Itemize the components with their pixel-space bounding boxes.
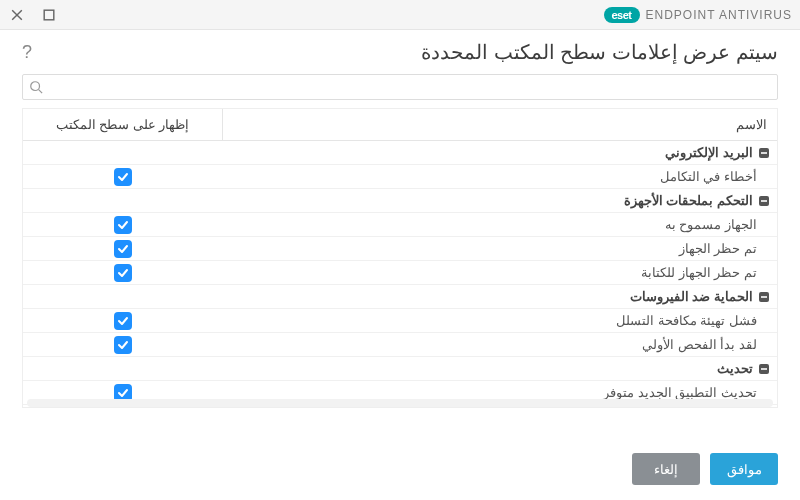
show-checkbox[interactable] <box>114 240 132 258</box>
table-row: تم حظر الجهاز للكتابة <box>23 261 777 285</box>
show-checkbox[interactable] <box>114 312 132 330</box>
page-title: سيتم عرض إعلامات سطح المكتب المحددة <box>421 40 778 64</box>
svg-point-1 <box>31 82 40 91</box>
table-row: لقد بدأ الفحص الأولي <box>23 333 777 357</box>
table-header: الاسم إظهار على سطح المكتب <box>23 109 777 141</box>
product-brand: eset ENDPOINT ANTIVIRUS <box>604 7 793 23</box>
group-header[interactable]: الحماية ضد الفيروسات <box>23 285 777 309</box>
table-row: أخطاء في التكامل <box>23 165 777 189</box>
col-show[interactable]: إظهار على سطح المكتب <box>23 109 223 140</box>
table-row: تم حظر الجهاز <box>23 237 777 261</box>
maximize-icon[interactable] <box>40 6 58 24</box>
row-label: تم حظر الجهاز <box>223 241 777 256</box>
collapse-icon[interactable] <box>757 362 771 376</box>
table-row: الجهاز مسموح به <box>23 213 777 237</box>
col-name[interactable]: الاسم <box>223 117 777 132</box>
show-checkbox[interactable] <box>114 336 132 354</box>
group-header[interactable]: البريد الإلكتروني <box>23 141 777 165</box>
row-label: فشل تهيئة مكافحة التسلل <box>223 313 777 328</box>
product-name: ENDPOINT ANTIVIRUS <box>646 8 792 22</box>
ok-button[interactable]: موافق <box>710 453 778 485</box>
group-label: تحديث <box>717 361 753 376</box>
group-header[interactable]: تحديث <box>23 357 777 381</box>
group-label: التحكم بملحقات الأجهزة <box>624 193 753 208</box>
group-header[interactable]: التحكم بملحقات الأجهزة <box>23 189 777 213</box>
row-label: الجهاز مسموح به <box>223 217 777 232</box>
help-icon[interactable]: ? <box>22 42 32 63</box>
svg-rect-9 <box>761 368 767 370</box>
row-label: تحديث التطبيق الجديد متوفر <box>223 385 777 400</box>
row-label: تم حظر الجهاز للكتابة <box>223 265 777 280</box>
svg-rect-7 <box>761 296 767 298</box>
search-input[interactable] <box>49 75 777 99</box>
horizontal-scrollbar[interactable] <box>27 399 773 407</box>
close-icon[interactable] <box>8 6 26 24</box>
svg-rect-3 <box>761 152 767 154</box>
search-icon <box>29 80 43 94</box>
search-box[interactable] <box>22 74 778 100</box>
show-checkbox[interactable] <box>114 216 132 234</box>
svg-rect-0 <box>44 10 54 20</box>
row-label: أخطاء في التكامل <box>223 169 777 184</box>
collapse-icon[interactable] <box>757 194 771 208</box>
row-label: لقد بدأ الفحص الأولي <box>223 337 777 352</box>
group-label: البريد الإلكتروني <box>665 145 753 160</box>
brand-badge: eset <box>604 7 640 23</box>
table-row: فشل تهيئة مكافحة التسلل <box>23 309 777 333</box>
show-checkbox[interactable] <box>114 264 132 282</box>
notifications-table: الاسم إظهار على سطح المكتب البريد الإلكت… <box>22 108 778 408</box>
show-checkbox[interactable] <box>114 168 132 186</box>
collapse-icon[interactable] <box>757 290 771 304</box>
group-label: الحماية ضد الفيروسات <box>630 289 753 304</box>
cancel-button[interactable]: إلغاء <box>632 453 700 485</box>
collapse-icon[interactable] <box>757 146 771 160</box>
svg-rect-5 <box>761 200 767 202</box>
